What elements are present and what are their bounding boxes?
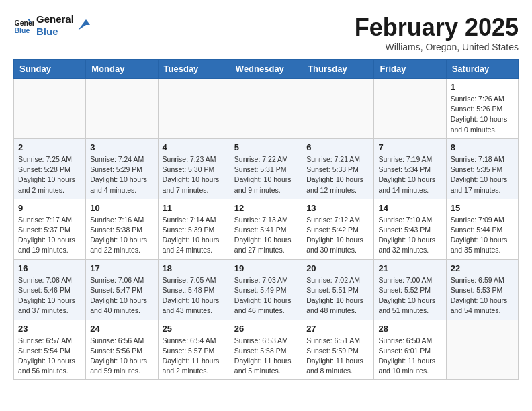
day-number: 18 (163, 263, 226, 273)
day-number: 19 (234, 263, 298, 273)
day-info: Sunrise: 7:22 AMSunset: 5:31 PMDaylight:… (234, 154, 298, 195)
logo-general: General (36, 13, 74, 26)
calendar-cell: 27Sunrise: 6:51 AMSunset: 5:59 PMDayligh… (302, 320, 374, 380)
weekday-header-thursday: Thursday (302, 60, 374, 79)
day-number: 6 (306, 142, 369, 152)
day-number: 16 (18, 263, 81, 273)
day-number: 8 (451, 142, 514, 152)
day-number: 21 (378, 263, 441, 273)
logo: General Blue General Blue (13, 13, 91, 38)
day-number: 12 (234, 203, 298, 213)
calendar-cell: 23Sunrise: 6:57 AMSunset: 5:54 PMDayligh… (14, 320, 86, 380)
weekday-header-monday: Monday (86, 60, 158, 79)
day-info: Sunrise: 7:26 AMSunset: 5:26 PMDaylight:… (451, 94, 514, 135)
calendar-cell: 5Sunrise: 7:22 AMSunset: 5:31 PMDaylight… (230, 138, 302, 199)
day-info: Sunrise: 7:10 AMSunset: 5:43 PMDaylight:… (378, 215, 441, 256)
calendar-cell: 20Sunrise: 7:02 AMSunset: 5:51 PMDayligh… (302, 259, 374, 320)
day-number: 14 (378, 203, 441, 213)
calendar-cell: 24Sunrise: 6:56 AMSunset: 5:56 PMDayligh… (86, 320, 158, 380)
svg-text:Blue: Blue (15, 26, 30, 34)
calendar-cell: 8Sunrise: 7:18 AMSunset: 5:35 PMDaylight… (446, 138, 518, 199)
calendar-cell: 28Sunrise: 6:50 AMSunset: 6:01 PMDayligh… (374, 320, 446, 380)
day-number: 10 (90, 203, 153, 213)
day-number: 23 (18, 324, 81, 334)
calendar-cell: 19Sunrise: 7:03 AMSunset: 5:49 PMDayligh… (230, 259, 302, 320)
day-info: Sunrise: 7:02 AMSunset: 5:51 PMDaylight:… (306, 275, 369, 316)
day-number: 11 (163, 203, 226, 213)
calendar-week-row: 16Sunrise: 7:08 AMSunset: 5:46 PMDayligh… (14, 259, 519, 320)
calendar-cell (86, 79, 158, 139)
day-info: Sunrise: 7:14 AMSunset: 5:39 PMDaylight:… (163, 215, 226, 256)
weekday-header-wednesday: Wednesday (230, 60, 302, 79)
calendar-cell: 9Sunrise: 7:17 AMSunset: 5:37 PMDaylight… (14, 199, 86, 259)
day-info: Sunrise: 7:17 AMSunset: 5:37 PMDaylight:… (18, 215, 81, 256)
location: Williams, Oregon, United States (355, 42, 519, 52)
calendar-week-row: 23Sunrise: 6:57 AMSunset: 5:54 PMDayligh… (14, 320, 519, 380)
calendar-table: SundayMondayTuesdayWednesdayThursdayFrid… (13, 59, 519, 380)
logo-arrow-icon (77, 18, 91, 33)
weekday-header-tuesday: Tuesday (158, 60, 230, 79)
day-info: Sunrise: 7:09 AMSunset: 5:44 PMDaylight:… (451, 215, 514, 256)
day-number: 25 (163, 324, 226, 334)
day-info: Sunrise: 7:12 AMSunset: 5:42 PMDaylight:… (306, 215, 369, 256)
calendar-cell: 21Sunrise: 7:00 AMSunset: 5:52 PMDayligh… (374, 259, 446, 320)
calendar-cell: 2Sunrise: 7:25 AMSunset: 5:28 PMDaylight… (14, 138, 86, 199)
calendar-week-row: 9Sunrise: 7:17 AMSunset: 5:37 PMDaylight… (14, 199, 519, 259)
calendar-cell: 15Sunrise: 7:09 AMSunset: 5:44 PMDayligh… (446, 199, 518, 259)
day-number: 13 (306, 203, 369, 213)
day-info: Sunrise: 6:59 AMSunset: 5:53 PMDaylight:… (451, 275, 514, 316)
day-number: 17 (90, 263, 153, 273)
day-info: Sunrise: 7:23 AMSunset: 5:30 PMDaylight:… (163, 154, 226, 195)
day-number: 15 (451, 203, 514, 213)
calendar-cell: 6Sunrise: 7:21 AMSunset: 5:33 PMDaylight… (302, 138, 374, 199)
day-info: Sunrise: 7:13 AMSunset: 5:41 PMDaylight:… (234, 215, 298, 256)
calendar-cell: 25Sunrise: 6:54 AMSunset: 5:57 PMDayligh… (158, 320, 230, 380)
calendar-cell (14, 79, 86, 139)
calendar-cell: 16Sunrise: 7:08 AMSunset: 5:46 PMDayligh… (14, 259, 86, 320)
calendar-cell (374, 79, 446, 139)
month-title: February 2025 (355, 13, 519, 42)
calendar-cell: 22Sunrise: 6:59 AMSunset: 5:53 PMDayligh… (446, 259, 518, 320)
weekday-header-row: SundayMondayTuesdayWednesdayThursdayFrid… (14, 60, 519, 79)
day-number: 22 (451, 263, 514, 273)
day-info: Sunrise: 7:08 AMSunset: 5:46 PMDaylight:… (18, 275, 81, 316)
day-info: Sunrise: 6:53 AMSunset: 5:58 PMDaylight:… (234, 336, 298, 377)
logo-icon: General Blue (13, 15, 34, 36)
calendar-cell: 4Sunrise: 7:23 AMSunset: 5:30 PMDaylight… (158, 138, 230, 199)
day-number: 9 (18, 203, 81, 213)
logo-blue: Blue (36, 26, 74, 38)
calendar-cell (230, 79, 302, 139)
calendar-cell: 10Sunrise: 7:16 AMSunset: 5:38 PMDayligh… (86, 199, 158, 259)
day-info: Sunrise: 7:25 AMSunset: 5:28 PMDaylight:… (18, 154, 81, 195)
day-info: Sunrise: 7:05 AMSunset: 5:48 PMDaylight:… (163, 275, 226, 316)
day-info: Sunrise: 7:24 AMSunset: 5:29 PMDaylight:… (90, 154, 153, 195)
calendar-cell (302, 79, 374, 139)
day-number: 4 (163, 142, 226, 152)
calendar-cell: 13Sunrise: 7:12 AMSunset: 5:42 PMDayligh… (302, 199, 374, 259)
weekday-header-friday: Friday (374, 60, 446, 79)
calendar-cell (158, 79, 230, 139)
svg-marker-3 (78, 19, 90, 30)
day-number: 20 (306, 263, 369, 273)
weekday-header-sunday: Sunday (14, 60, 86, 79)
weekday-header-saturday: Saturday (446, 60, 518, 79)
calendar-week-row: 1Sunrise: 7:26 AMSunset: 5:26 PMDaylight… (14, 79, 519, 139)
day-number: 7 (378, 142, 441, 152)
day-info: Sunrise: 7:06 AMSunset: 5:47 PMDaylight:… (90, 275, 153, 316)
day-number: 1 (451, 82, 514, 92)
day-info: Sunrise: 6:54 AMSunset: 5:57 PMDaylight:… (163, 336, 226, 377)
day-info: Sunrise: 6:50 AMSunset: 6:01 PMDaylight:… (378, 336, 441, 377)
calendar-cell: 11Sunrise: 7:14 AMSunset: 5:39 PMDayligh… (158, 199, 230, 259)
page-header: General Blue General Blue February 2025 … (13, 13, 519, 52)
calendar-cell (446, 320, 518, 380)
day-info: Sunrise: 7:16 AMSunset: 5:38 PMDaylight:… (90, 215, 153, 256)
calendar-cell: 17Sunrise: 7:06 AMSunset: 5:47 PMDayligh… (86, 259, 158, 320)
day-info: Sunrise: 6:51 AMSunset: 5:59 PMDaylight:… (306, 336, 369, 377)
calendar-cell: 12Sunrise: 7:13 AMSunset: 5:41 PMDayligh… (230, 199, 302, 259)
calendar-cell: 1Sunrise: 7:26 AMSunset: 5:26 PMDaylight… (446, 79, 518, 139)
day-number: 24 (90, 324, 153, 334)
calendar-cell: 26Sunrise: 6:53 AMSunset: 5:58 PMDayligh… (230, 320, 302, 380)
day-number: 2 (18, 142, 81, 152)
calendar-cell: 14Sunrise: 7:10 AMSunset: 5:43 PMDayligh… (374, 199, 446, 259)
day-info: Sunrise: 7:00 AMSunset: 5:52 PMDaylight:… (378, 275, 441, 316)
